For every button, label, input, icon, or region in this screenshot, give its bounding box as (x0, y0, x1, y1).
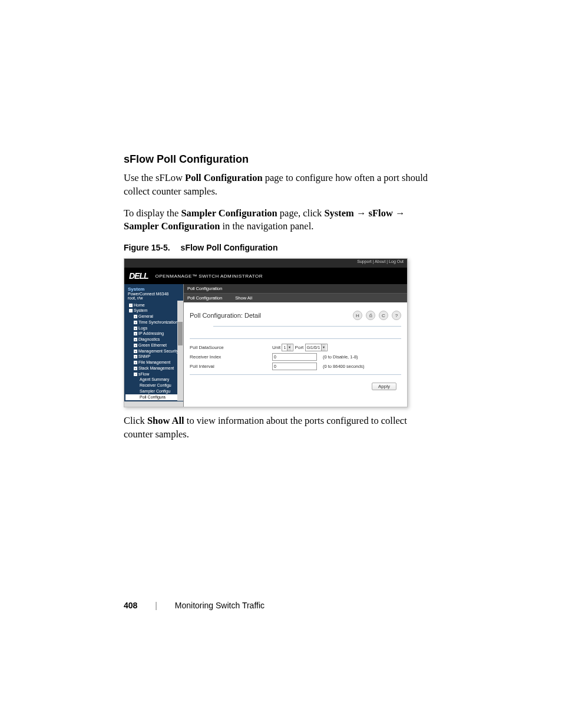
expand-icon[interactable]: + (134, 355, 137, 358)
nav-system: System (324, 207, 353, 219)
page-number: 408 (124, 601, 137, 610)
figure-number: Figure 15-5. (124, 243, 170, 252)
receiver-index-input[interactable]: 0 (272, 353, 317, 361)
expand-icon[interactable]: + (134, 338, 137, 341)
panel-title: Poll Configuration: Detail (190, 312, 261, 319)
port-label: Port (295, 345, 304, 350)
collapse-icon[interactable]: - (129, 304, 133, 307)
show-all-term: Show All (147, 415, 184, 426)
divider (190, 338, 401, 339)
text: Click (124, 415, 147, 426)
nav-agent-summary[interactable]: Agent Summary (125, 377, 182, 383)
collapse-icon[interactable]: - (129, 309, 133, 312)
print-icon[interactable]: ⎙ (366, 311, 375, 320)
chapter-title: Monitoring Switch Traffic (175, 601, 265, 610)
poll-interval-hint: (0 to 86400 seconds) (323, 364, 364, 369)
row-poll-interval: Poll Interval 0 (0 to 86400 seconds) (190, 361, 401, 371)
expand-icon[interactable]: + (134, 344, 137, 347)
intro-paragraph-2: To display the Sampler Configuration pag… (124, 207, 438, 234)
expand-icon[interactable]: + (134, 315, 137, 318)
nav-sflow[interactable]: -sFlow (125, 371, 182, 377)
nav-sampler-config[interactable]: Sampler Configu (125, 388, 182, 394)
expand-icon[interactable]: + (134, 332, 137, 335)
row-receiver-index: Receiver Index 0 (0 to Disable, 1-8) (190, 352, 401, 361)
label-poll-interval: Poll Interval (190, 364, 272, 369)
nav-sflow: sFlow (369, 207, 393, 219)
nav-poll-config[interactable]: Poll Configura (125, 394, 182, 400)
apply-button[interactable]: Apply (372, 383, 396, 390)
nav-stack-mgmt[interactable]: +Stack Management (125, 365, 182, 371)
nav-logs[interactable]: +Logs (125, 325, 182, 331)
closing-paragraph: Click Show All to view information about… (124, 414, 438, 442)
text: Use the sFLow (124, 172, 185, 183)
refresh-icon[interactable]: C (379, 311, 388, 320)
nav-green-ethernet[interactable]: +Green Ethernet (125, 342, 182, 348)
section-heading: sFlow Poll Configuration (124, 153, 438, 166)
nav-device-name: PowerConnect M6348 (128, 292, 181, 296)
app-title: OPENMANAGE™ SWITCH ADMINISTRATOR (156, 274, 263, 279)
divider (213, 326, 401, 327)
expand-icon[interactable]: + (134, 321, 137, 324)
label-receiver-index: Receiver Index (190, 354, 272, 360)
nav-general[interactable]: +General (125, 314, 182, 320)
expand-icon[interactable]: + (134, 350, 137, 353)
nav-diagnostics[interactable]: +Diagnostics (125, 337, 182, 343)
nav-ip-addressing[interactable]: +IP Addressing (125, 331, 182, 337)
main-panel: Poll Configuration Poll Configuration Sh… (184, 284, 407, 407)
vertical-scrollbar[interactable] (177, 301, 183, 401)
poll-configuration-term: Poll Configuration (185, 172, 263, 183)
nav-system[interactable]: -System (125, 308, 182, 314)
tab-poll-configuration[interactable]: Poll Configuration (187, 295, 222, 301)
figure-caption: Figure 15-5.sFlow Poll Configuration (124, 243, 438, 252)
row-poll-datasource: Poll DataSource Unit 1▾ Port Gi1/0/1▾ (190, 342, 401, 352)
page-footer: 408 | Monitoring Switch Traffic (124, 601, 265, 610)
nav-time-sync[interactable]: +Time Synchronization (125, 319, 182, 325)
screenshot-figure: Support | About | Log Out DELL OPENMANAG… (124, 258, 408, 407)
label-poll-datasource: Poll DataSource (190, 345, 272, 350)
app-header: DELL OPENMANAGE™ SWITCH ADMINISTRATOR (124, 268, 407, 284)
figure-title: sFlow Poll Configuration (181, 243, 278, 252)
expand-icon[interactable]: + (134, 367, 137, 370)
text: in the navigation panel. (220, 220, 313, 232)
breadcrumb: Poll Configuration (184, 284, 407, 294)
nav-tree[interactable]: System PowerConnect M6348 root, r/w -Hom… (124, 284, 184, 407)
expand-icon[interactable]: + (134, 327, 137, 330)
intro-paragraph-1: Use the sFLow Poll Configuration page to… (124, 172, 438, 199)
save-icon[interactable]: H (353, 311, 362, 320)
scrollbar-thumb[interactable] (178, 322, 183, 345)
nav-system-label: System (128, 286, 181, 292)
port-select[interactable]: Gi1/0/1▾ (305, 344, 328, 351)
chevron-down-icon: ▾ (287, 344, 292, 351)
help-icon[interactable]: ? (392, 311, 401, 320)
tab-bar: Poll Configuration Show All (184, 294, 407, 302)
arrow-icon: → (354, 207, 369, 219)
arrow-icon: → (393, 207, 405, 219)
chevron-down-icon: ▾ (321, 344, 326, 351)
unit-select[interactable]: 1▾ (282, 344, 293, 351)
unit-label: Unit (272, 345, 280, 350)
text: To display the (124, 207, 181, 219)
collapse-icon[interactable]: - (134, 373, 137, 376)
nav-mgmt-security[interactable]: +Management Security (125, 348, 182, 354)
nav-home[interactable]: -Home (125, 302, 182, 308)
separator: | (155, 601, 157, 610)
nav-file-mgmt[interactable]: +File Management (125, 360, 182, 366)
tab-show-all[interactable]: Show All (235, 295, 252, 301)
nav-user: root, r/w (128, 296, 181, 300)
receiver-index-hint: (0 to Disable, 1-8) (323, 354, 358, 360)
sampler-configuration-term: Sampler Configuration (181, 207, 277, 219)
poll-interval-input[interactable]: 0 (272, 363, 317, 370)
top-links[interactable]: Support | About | Log Out (124, 259, 407, 268)
horizontal-scrollbar[interactable] (124, 401, 183, 407)
expand-icon[interactable]: + (134, 361, 137, 364)
nav-receiver-config[interactable]: Receiver Configu (125, 383, 182, 389)
nav-sampler-configuration: Sampler Configuration (124, 220, 220, 232)
text: page, click (277, 207, 325, 219)
nav-snmp[interactable]: +SNMP (125, 354, 182, 360)
divider (190, 374, 401, 375)
dell-logo: DELL (129, 271, 148, 281)
